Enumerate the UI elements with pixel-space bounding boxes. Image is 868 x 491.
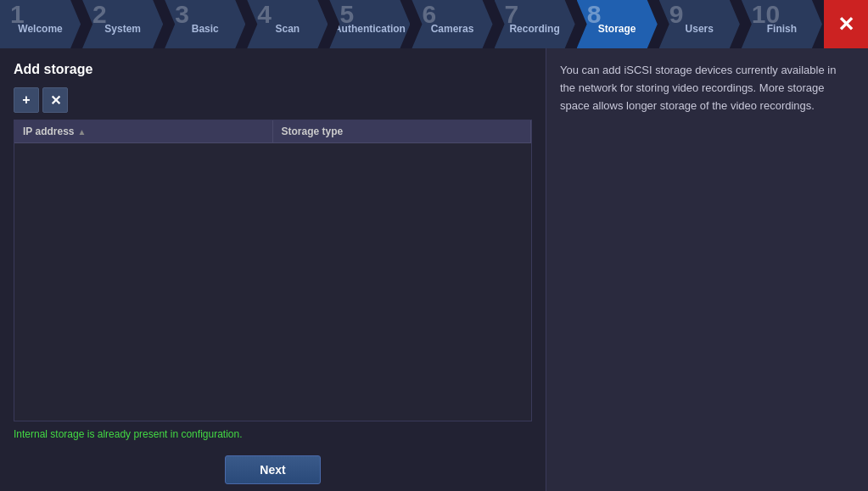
- remove-icon: ✕: [50, 92, 61, 109]
- left-panel: Add storage + ✕ IP address ▲ Storage typ…: [0, 48, 546, 491]
- nav-item-recording[interactable]: 7 Recording: [495, 0, 575, 48]
- nav-item-users[interactable]: 9 Users: [659, 0, 740, 48]
- nav-label-scan: Scan: [275, 23, 300, 35]
- nav-num-9: 9: [669, 2, 684, 27]
- nav-label-welcome: Welcome: [18, 23, 62, 35]
- nav-item-cameras[interactable]: 6 Cameras: [412, 0, 492, 48]
- nav-label-authentication: Authentication: [334, 23, 406, 35]
- toolbar: + ✕: [14, 87, 532, 113]
- sort-arrow-icon: ▲: [77, 127, 86, 137]
- col-storage-type: Storage type: [273, 120, 532, 142]
- nav-num-4: 4: [257, 2, 272, 27]
- storage-table: IP address ▲ Storage type: [14, 120, 532, 421]
- add-button[interactable]: +: [14, 87, 39, 113]
- add-icon: +: [22, 92, 30, 108]
- remove-button[interactable]: ✕: [42, 87, 68, 113]
- table-header: IP address ▲ Storage type: [14, 120, 531, 143]
- nav-bar: 1 Welcome 2 System 3 Basic 4 Scan 5 Auth…: [0, 0, 868, 48]
- nav-item-storage[interactable]: 8 Storage: [577, 0, 658, 48]
- next-button[interactable]: Next: [225, 455, 320, 484]
- table-body: [14, 143, 531, 421]
- nav-item-scan[interactable]: 4 Scan: [247, 0, 328, 48]
- nav-item-system[interactable]: 2 System: [82, 0, 163, 48]
- close-button[interactable]: ✕: [824, 0, 868, 48]
- nav-label-finish: Finish: [767, 23, 797, 35]
- nav-item-finish[interactable]: 10 Finish: [742, 0, 822, 48]
- nav-label-storage: Storage: [598, 23, 636, 35]
- nav-label-users: Users: [686, 23, 714, 35]
- section-title: Add storage: [14, 62, 532, 77]
- nav-label-basic: Basic: [192, 23, 219, 35]
- help-panel: You can add iSCSI storage devices curren…: [546, 48, 868, 491]
- col-ip-address: IP address ▲: [14, 120, 273, 142]
- main-content: Add storage + ✕ IP address ▲ Storage typ…: [0, 48, 868, 491]
- help-text: You can add iSCSI storage devices curren…: [560, 62, 854, 114]
- nav-label-cameras: Cameras: [431, 23, 474, 35]
- nav-label-recording: Recording: [509, 23, 559, 35]
- nav-num-3: 3: [175, 2, 189, 27]
- close-icon: ✕: [837, 13, 854, 36]
- nav-label-system: System: [104, 23, 141, 35]
- nav-item-basic[interactable]: 3 Basic: [165, 0, 245, 48]
- nav-item-welcome[interactable]: 1 Welcome: [0, 0, 81, 48]
- nav-item-authentication[interactable]: 5 Authentication: [329, 0, 410, 48]
- status-text: Internal storage is already present in c…: [14, 428, 532, 440]
- bottom-bar: Next: [0, 449, 546, 491]
